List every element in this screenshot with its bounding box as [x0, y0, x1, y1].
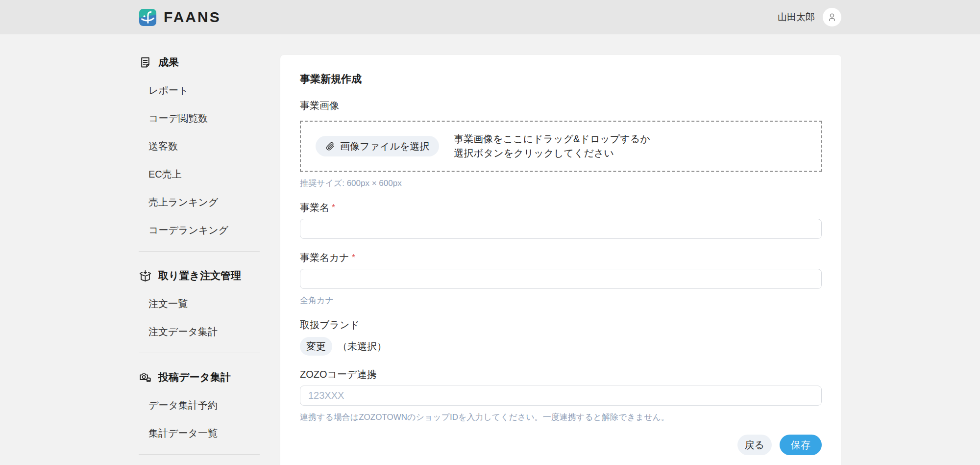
- image-size-hint: 推奨サイズ: 600px × 600px: [300, 178, 822, 189]
- sidebar-item-coord-views[interactable]: コーデ閲覧数: [139, 104, 260, 132]
- sidebar-divider: [139, 353, 260, 353]
- sidebar-divider: [139, 251, 260, 252]
- business-name-input[interactable]: [300, 219, 822, 239]
- user-icon: [826, 11, 838, 23]
- back-button[interactable]: 戻る: [737, 435, 772, 455]
- dropzone-line1: 事業画像をここにドラッグ&ドロップするか: [454, 132, 650, 146]
- sidebar-item-order-data[interactable]: 注文データ集計: [139, 318, 260, 346]
- sidebar-section-label: 投稿データ集計: [158, 370, 231, 384]
- business-kana-label-text: 事業名カナ: [300, 252, 349, 263]
- handled-brands-row: 変更 （未選択）: [300, 337, 822, 356]
- business-image-label: 事業画像: [300, 100, 822, 111]
- handled-brands-label: 取扱ブランド: [300, 319, 822, 331]
- required-asterisk: *: [332, 203, 335, 212]
- form-actions: 戻る 保存: [300, 435, 822, 455]
- camera-icon: [139, 371, 152, 384]
- dropzone-instructions: 事業画像をここにドラッグ&ドロップするか 選択ボタンをクリックしてください: [454, 132, 650, 160]
- zozo-link-hint: 連携する場合はZOZOTOWNのショップIDを入力してください。一度連携すると解…: [300, 412, 822, 423]
- page-title: 事業新規作成: [300, 73, 822, 85]
- sidebar-divider: [139, 454, 260, 455]
- dropzone-line2: 選択ボタンをクリックしてください: [454, 146, 650, 160]
- brand-selection-status: （未選択）: [338, 340, 387, 353]
- brand-name: FAANS: [164, 9, 221, 26]
- sidebar-section-post-data[interactable]: 投稿データ集計: [139, 370, 260, 385]
- business-name-label: 事業名*: [300, 202, 822, 213]
- select-image-file-button[interactable]: 画像ファイルを選択: [316, 136, 439, 156]
- sidebar-item-sales-ranking[interactable]: 売上ランキング: [139, 188, 260, 216]
- header-user-area: 山田太郎: [778, 8, 841, 26]
- sidebar-item-coord-ranking[interactable]: コーデランキング: [139, 216, 260, 244]
- sidebar-item-order-list[interactable]: 注文一覧: [139, 290, 260, 318]
- required-asterisk: *: [352, 253, 355, 262]
- zozo-link-label: ZOZOコーデ連携: [300, 368, 822, 380]
- paperclip-icon: [325, 141, 335, 151]
- business-kana-input[interactable]: [300, 269, 822, 289]
- select-image-file-label: 画像ファイルを選択: [340, 140, 429, 153]
- sidebar-section-results[interactable]: 成果: [139, 55, 260, 70]
- change-brand-button[interactable]: 変更: [300, 337, 332, 356]
- business-create-card: 事業新規作成 事業画像 画像ファイルを選択 事業画像をここにドラッグ&ドロップす…: [280, 55, 841, 465]
- sidebar-item-report[interactable]: レポート: [139, 77, 260, 104]
- faans-logo-icon: [139, 8, 157, 26]
- kana-hint: 全角カナ: [300, 295, 822, 306]
- sidebar-item-data-schedule[interactable]: データ集計予約: [139, 391, 260, 419]
- business-kana-label: 事業名カナ*: [300, 252, 822, 263]
- image-dropzone[interactable]: 画像ファイルを選択 事業画像をここにドラッグ&ドロップするか 選択ボタンをクリッ…: [300, 121, 822, 172]
- sidebar-item-ec-sales[interactable]: EC売上: [139, 160, 260, 188]
- zozo-shop-id-input[interactable]: [300, 386, 822, 406]
- sidebar-nav: 成果 レポート コーデ閲覧数 送客数 EC売上 売上ランキング コーデランキング…: [139, 34, 260, 465]
- sidebar-item-data-list[interactable]: 集計データ一覧: [139, 419, 260, 447]
- sidebar-items-results: レポート コーデ閲覧数 送客数 EC売上 売上ランキング コーデランキング: [139, 77, 260, 244]
- brand-logo[interactable]: FAANS: [139, 8, 221, 26]
- sidebar-items-reserve-orders: 注文一覧 注文データ集計: [139, 290, 260, 346]
- sidebar-section-label: 成果: [158, 55, 179, 69]
- user-avatar[interactable]: [823, 8, 841, 26]
- save-button[interactable]: 保存: [780, 435, 822, 455]
- report-icon: [139, 56, 152, 69]
- sidebar-section-label: 取り置き注文管理: [158, 269, 241, 283]
- sidebar-section-reserve-orders[interactable]: 取り置き注文管理: [139, 268, 260, 283]
- sidebar-item-referrals[interactable]: 送客数: [139, 132, 260, 160]
- app-header: FAANS 山田太郎: [0, 0, 980, 34]
- box-icon: [139, 269, 152, 283]
- user-name: 山田太郎: [778, 11, 815, 24]
- business-name-label-text: 事業名: [300, 202, 329, 213]
- sidebar-items-post-data: データ集計予約 集計データ一覧: [139, 391, 260, 447]
